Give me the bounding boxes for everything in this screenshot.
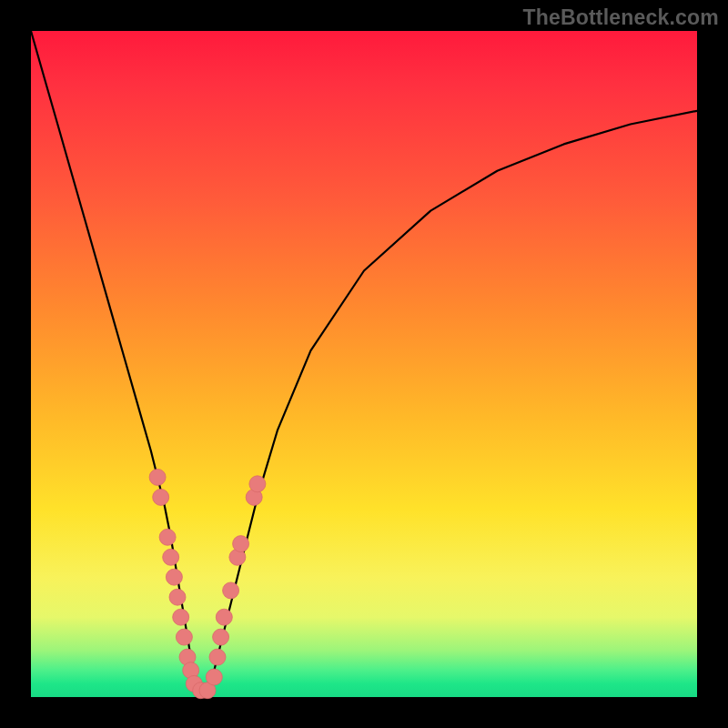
curve-layer [31, 31, 697, 697]
data-marker [176, 629, 192, 645]
data-marker [206, 669, 222, 685]
data-marker [163, 549, 179, 565]
data-marker [249, 476, 266, 492]
data-marker [216, 609, 232, 625]
data-marker [209, 649, 226, 665]
bottleneck-curve [31, 31, 697, 697]
data-marker [166, 569, 182, 585]
data-marker [153, 489, 169, 505]
chart-frame: TheBottleneck.com [0, 0, 728, 728]
data-marker [173, 609, 189, 625]
data-marker [233, 536, 249, 552]
data-marker [159, 529, 176, 545]
plot-area [31, 31, 697, 697]
watermark-text: TheBottleneck.com [522, 5, 719, 30]
data-marker [223, 582, 239, 599]
data-marker [149, 469, 166, 485]
marker-layer [149, 469, 266, 698]
data-marker [213, 629, 229, 645]
data-marker [169, 589, 186, 605]
